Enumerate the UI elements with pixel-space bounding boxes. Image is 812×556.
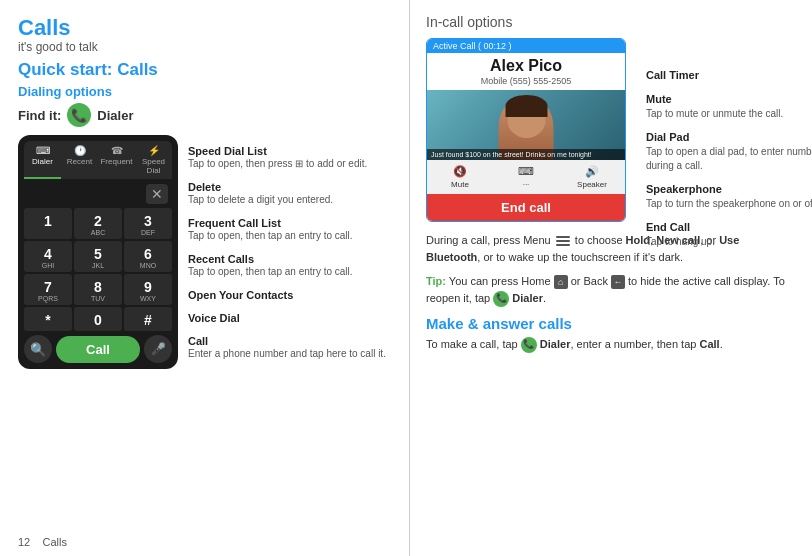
page-num-value: 12 — [18, 536, 30, 548]
r-endcall-title: End Call — [646, 221, 690, 233]
end-call-button[interactable]: End call — [427, 194, 625, 221]
tip-text: Tip: You can press Home ⌂ or Back ← to h… — [426, 273, 796, 307]
speaker-label: Speaker — [577, 180, 607, 189]
key-4[interactable]: 4GHI — [24, 241, 72, 272]
ann-dial-pad: Dial Pad Tap to open a dial pad, to ente… — [646, 130, 812, 172]
ann-speed-dial-desc: Tap to open, then press ⊞ to add or edit… — [188, 157, 397, 170]
key-1-main: 1 — [44, 213, 52, 229]
tab-frequent[interactable]: ☎ Frequent — [98, 141, 135, 179]
tab-dialer[interactable]: ⌨ Dialer — [24, 141, 61, 179]
ann-call-timer: Call Timer — [646, 68, 812, 82]
phone-mockup: ⌨ Dialer 🕐 Recent ☎ Frequent ⚡ Speed Dia… — [18, 135, 178, 369]
caller-number: Mobile (555) 555-2505 — [427, 76, 625, 90]
ann-voice-title: Voice Dial — [188, 312, 397, 324]
phone-tab-bar: ⌨ Dialer 🕐 Recent ☎ Frequent ⚡ Speed Dia… — [24, 141, 172, 179]
page: Calls it's good to talk Quick start: Cal… — [0, 0, 812, 556]
key-7[interactable]: 7PQRS — [24, 274, 72, 305]
make-call-call-label: Call — [699, 338, 719, 350]
key-7-main: 7 — [44, 279, 52, 295]
ann-delete-title: Delete — [188, 181, 397, 193]
active-call-bar: Active Call ( 00:12 ) — [427, 39, 625, 53]
speaker-button[interactable]: 🔊 Speaker — [559, 160, 625, 194]
ann-frequent-call-list: Frequent Call List Tap to open, then tap… — [188, 217, 397, 242]
key-4-sub: GHI — [26, 262, 70, 269]
find-it-label: Find it: — [18, 108, 61, 123]
ann-voice-dial: Voice Dial — [188, 312, 397, 324]
key-4-main: 4 — [44, 246, 52, 262]
frequent-tab-icon: ☎ — [111, 145, 123, 156]
mute-button[interactable]: 🔇 Mute — [427, 160, 493, 194]
key-5[interactable]: 5JKL — [74, 241, 122, 272]
recent-tab-icon: 🕐 — [74, 145, 86, 156]
speaker-icon: 🔊 — [585, 165, 599, 178]
phone-bottom-row: 🔍 Call 🎤 — [24, 335, 172, 363]
home-icon: ⌂ — [554, 275, 568, 289]
make-call-dialer-label: Dialer — [540, 338, 571, 350]
key-8[interactable]: 8TUV — [74, 274, 122, 305]
ann-delete: Delete Tap to delete a digit you entered… — [188, 181, 397, 206]
key-0-main: 0 — [94, 312, 102, 328]
quick-start-label: Quick start: Calls — [18, 60, 397, 80]
in-call-annotations: Call Timer Mute Tap to mute or unmute th… — [646, 68, 812, 258]
ann-end-call: End Call Tap to hang up. — [646, 220, 812, 248]
phone-number-display — [28, 183, 146, 204]
ann-frequent-desc: Tap to open, then tap an entry to call. — [188, 229, 397, 242]
tab-speeddial-label: Speed Dial — [137, 157, 170, 175]
dialpad-button[interactable]: ⌨ ··· — [493, 160, 559, 194]
tab-speeddial[interactable]: ⚡ Speed Dial — [135, 141, 172, 179]
r-dialpad-desc: Tap to open a dial pad, to enter numbers… — [646, 146, 812, 171]
key-star-main: * — [45, 312, 50, 328]
key-6[interactable]: 6MNO — [124, 241, 172, 272]
ann-frequent-title: Frequent Call List — [188, 217, 397, 229]
ann-contacts-title: Open Your Contacts — [188, 289, 397, 301]
in-call-section-title: In-call options — [426, 14, 796, 30]
key-8-main: 8 — [94, 279, 102, 295]
voice-dial-button[interactable]: 🎤 — [144, 335, 172, 363]
reopen-dialer-icon: 📞 — [493, 291, 509, 307]
key-9-main: 9 — [144, 279, 152, 295]
key-2-sub: ABC — [76, 229, 120, 236]
ann-speakerphone: Speakerphone Tap to turn the speakerphon… — [646, 182, 812, 210]
key-6-main: 6 — [144, 246, 152, 262]
dialer-annotations: Speed Dial List Tap to open, then press … — [188, 135, 397, 369]
r-mute-title: Mute — [646, 93, 672, 105]
page-title: Calls — [18, 16, 397, 40]
r-speaker-desc: Tap to turn the speakerphone on or off. — [646, 198, 812, 209]
key-1[interactable]: 1 — [24, 208, 72, 239]
page-subtitle: it's good to talk — [18, 40, 397, 54]
delete-button[interactable]: ✕ — [146, 184, 168, 204]
ann-recent-calls: Recent Calls Tap to open, then tap an en… — [188, 253, 397, 278]
key-6-sub: MNO — [126, 262, 170, 269]
dialpad-icon: ⌨ — [518, 165, 534, 178]
find-it-row: Find it: 📞 Dialer — [18, 103, 397, 127]
key-3[interactable]: 3DEF — [124, 208, 172, 239]
tab-recent-label: Recent — [67, 157, 92, 166]
ann-call-desc: Enter a phone number and tap here to cal… — [188, 347, 397, 360]
key-2[interactable]: 2ABC — [74, 208, 122, 239]
key-9[interactable]: 9WXY — [124, 274, 172, 305]
call-button[interactable]: Call — [56, 336, 140, 363]
ann-mute: Mute Tap to mute or unmute the call. — [646, 92, 812, 120]
key-hash-main: # — [144, 312, 152, 328]
search-button[interactable]: 🔍 — [24, 335, 52, 363]
right-panel: In-call options Active Call ( 00:12 ) Al… — [410, 0, 812, 556]
key-5-main: 5 — [94, 246, 102, 262]
dialing-options-label: Dialing options — [18, 84, 397, 99]
key-0[interactable]: 0 — [74, 307, 122, 331]
key-2-main: 2 — [94, 213, 102, 229]
call-controls: 🔇 Mute ⌨ ··· 🔊 Speaker — [427, 160, 625, 194]
dialpad-label: ··· — [523, 180, 530, 189]
tab-frequent-label: Frequent — [100, 157, 132, 166]
reopen-dialer-label: Dialer — [512, 292, 543, 304]
key-3-sub: DEF — [126, 229, 170, 236]
dialer-tab-icon: ⌨ — [36, 145, 50, 156]
make-call-icon: 📞 — [521, 337, 537, 353]
key-7-sub: PQRS — [26, 295, 70, 302]
key-3-main: 3 — [144, 213, 152, 229]
ann-speed-dial-title: Speed Dial List — [188, 145, 397, 157]
key-star[interactable]: * — [24, 307, 72, 331]
dialer-container: ⌨ Dialer 🕐 Recent ☎ Frequent ⚡ Speed Dia… — [18, 135, 397, 369]
key-hash[interactable]: # — [124, 307, 172, 331]
key-5-sub: JKL — [76, 262, 120, 269]
tab-recent[interactable]: 🕐 Recent — [61, 141, 98, 179]
